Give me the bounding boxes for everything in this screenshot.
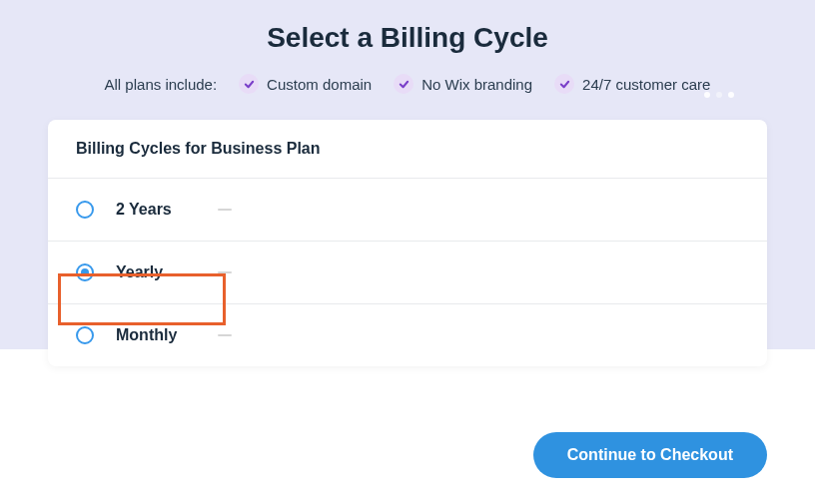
decorative-dots xyxy=(701,84,737,102)
card-title: Billing Cycles for Business Plan xyxy=(48,120,767,179)
check-icon xyxy=(239,74,259,94)
background-lower xyxy=(0,349,815,504)
page-title: Select a Billing Cycle xyxy=(0,0,815,54)
feature-customer-care: 24/7 customer care xyxy=(554,74,710,94)
features-row: All plans include: Custom domain No Wix … xyxy=(0,74,815,94)
price-placeholder xyxy=(218,271,232,273)
feature-custom-domain: Custom domain xyxy=(239,74,372,94)
feature-no-branding: No Wix branding xyxy=(394,74,532,94)
features-label: All plans include: xyxy=(105,76,218,93)
price-placeholder xyxy=(218,209,232,211)
option-label: Yearly xyxy=(116,263,206,281)
billing-option-monthly[interactable]: Monthly xyxy=(48,304,767,366)
radio-icon[interactable] xyxy=(76,263,94,281)
feature-label: 24/7 customer care xyxy=(582,76,710,93)
feature-label: Custom domain xyxy=(267,76,372,93)
continue-checkout-button[interactable]: Continue to Checkout xyxy=(533,432,767,478)
check-icon xyxy=(394,74,413,94)
option-label: Monthly xyxy=(116,326,206,344)
billing-option-yearly[interactable]: Yearly xyxy=(48,242,767,304)
billing-option-2years[interactable]: 2 Years xyxy=(48,179,767,242)
price-placeholder xyxy=(218,334,232,336)
option-label: 2 Years xyxy=(116,201,206,219)
check-icon xyxy=(554,74,574,94)
billing-card: Billing Cycles for Business Plan 2 Years… xyxy=(48,120,767,366)
feature-label: No Wix branding xyxy=(421,76,532,93)
radio-icon[interactable] xyxy=(76,326,94,344)
radio-icon[interactable] xyxy=(76,201,94,219)
